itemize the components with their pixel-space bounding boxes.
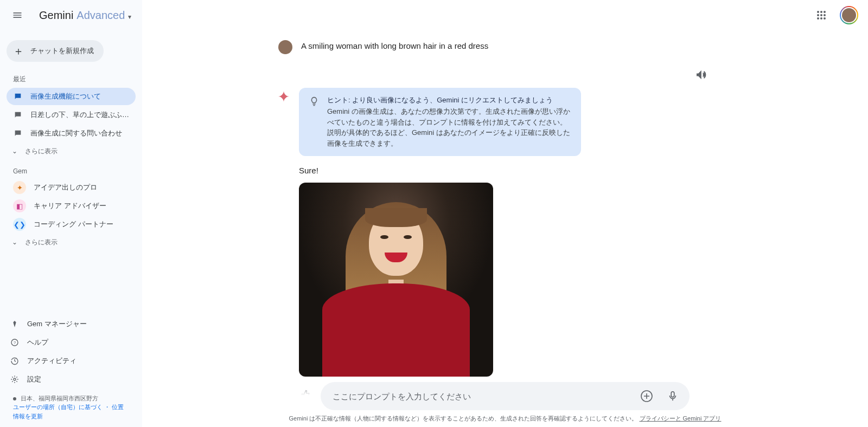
svg-point-4 bbox=[820, 11, 822, 13]
show-more-label: さらに表示 bbox=[25, 147, 58, 156]
briefcase-icon: ◧ bbox=[13, 199, 26, 212]
recent-section-label: 最近 bbox=[0, 67, 142, 87]
gem-manager-link[interactable]: Gem マネージャー bbox=[3, 315, 139, 333]
gem-item-idea[interactable]: ✦ アイデア出しのプロ bbox=[7, 179, 136, 196]
account-avatar[interactable] bbox=[840, 6, 858, 24]
google-apps-button[interactable] bbox=[810, 4, 832, 26]
gem-item-label: コーディング パートナー bbox=[34, 219, 113, 229]
main-pane: A smiling woman with long brown hair in … bbox=[142, 0, 868, 427]
svg-point-9 bbox=[817, 17, 819, 20]
disclaimer: Gemini は不正確な情報（人物に関する情報など）を表示することがあるため、生… bbox=[289, 415, 722, 423]
plus-icon: ＋ bbox=[13, 46, 24, 56]
disclaimer-text: Gemini は不正確な情報（人物に関する情報など）を表示することがあるため、生… bbox=[289, 415, 638, 422]
gear-icon bbox=[10, 374, 20, 384]
privacy-link[interactable]: プライバシーと Gemini アプリ bbox=[640, 415, 722, 422]
prompt-bar bbox=[321, 382, 690, 410]
model-message: ヒント: より良い画像になるよう、Gemini にリクエストしてみましょう Ge… bbox=[299, 88, 711, 402]
hint-card: ヒント: より良い画像になるよう、Gemini にリクエストしてみましょう Ge… bbox=[299, 88, 581, 156]
prompt-input[interactable] bbox=[333, 392, 631, 401]
lightbulb-icon: ✦ bbox=[13, 181, 26, 194]
gem-item-career[interactable]: ◧ キャリア アドバイザー bbox=[7, 197, 136, 215]
logo-secondary: Advanced bbox=[76, 9, 125, 22]
settings-link[interactable]: 設定 bbox=[3, 370, 139, 389]
recent-item-label: 画像生成に関する問い合わせ bbox=[30, 128, 122, 138]
user-avatar bbox=[278, 40, 292, 54]
hint-body: Gemini の画像生成は、あなたの想像力次第です。生成された画像が思い浮かべて… bbox=[327, 106, 571, 148]
chevron-down-icon: ⌄ bbox=[12, 147, 17, 155]
voice-input-button[interactable] bbox=[662, 386, 683, 406]
footer-item-label: アクティビティ bbox=[27, 356, 76, 366]
recent-show-more[interactable]: ⌄ さらに表示 bbox=[0, 143, 142, 160]
user-message: A smiling woman with long brown hair in … bbox=[299, 40, 711, 54]
svg-point-7 bbox=[820, 14, 822, 16]
gemini-spark-icon bbox=[277, 90, 290, 103]
gem-section-label: Gem bbox=[0, 160, 142, 178]
model-dropdown-caret[interactable]: ▾ bbox=[128, 13, 131, 21]
diamond-icon bbox=[10, 319, 20, 329]
show-more-label: さらに表示 bbox=[25, 238, 58, 247]
speaker-icon bbox=[695, 69, 707, 81]
activity-link[interactable]: アクティビティ bbox=[3, 352, 139, 370]
generated-image[interactable] bbox=[299, 183, 493, 377]
chat-icon bbox=[13, 128, 23, 138]
topbar bbox=[142, 0, 868, 30]
recent-item-2[interactable]: 画像生成に関する問い合わせ bbox=[7, 125, 136, 142]
apps-grid-icon bbox=[816, 10, 826, 20]
help-link[interactable]: ? ヘルプ bbox=[3, 333, 139, 352]
gem-item-coding[interactable]: ❮❯ コーディング パートナー bbox=[7, 216, 136, 233]
sidebar: Gemini Advanced ▾ ＋ チャットを新規作成 最近 画像生成機能に… bbox=[0, 0, 142, 427]
code-icon: ❮❯ bbox=[13, 218, 26, 231]
menu-button[interactable] bbox=[7, 4, 28, 26]
new-chat-label: チャットを新規作成 bbox=[30, 46, 94, 56]
model-reply-text: Sure! bbox=[299, 166, 711, 175]
gem-show-more[interactable]: ⌄ さらに表示 bbox=[0, 234, 142, 251]
footer-item-label: 設定 bbox=[27, 374, 41, 384]
new-chat-button[interactable]: ＋ チャットを新規作成 bbox=[7, 40, 104, 62]
svg-point-3 bbox=[817, 11, 819, 13]
location-block: 日本、福岡県福岡市西区野方 ユーザーの場所（自宅）に基づく ・ 位置情報を更新 bbox=[0, 389, 142, 428]
logo[interactable]: Gemini Advanced ▾ bbox=[39, 9, 131, 22]
recent-item-1[interactable]: 日差しの下、草の上で遊ぶふ… bbox=[7, 106, 136, 124]
input-area: Gemini は不正確な情報（人物に関する情報など）を表示することがあるため、生… bbox=[142, 382, 868, 427]
gem-item-label: キャリア アドバイザー bbox=[34, 201, 106, 211]
hint-title: ヒント: より良い画像になるよう、Gemini にリクエストしてみましょう bbox=[327, 95, 571, 105]
location-dot-icon bbox=[13, 397, 16, 400]
read-aloud-button[interactable] bbox=[692, 65, 711, 85]
footer-item-label: Gem マネージャー bbox=[27, 319, 87, 329]
svg-text:?: ? bbox=[14, 340, 16, 345]
footer-item-label: ヘルプ bbox=[27, 338, 48, 347]
location-sep: ・ bbox=[104, 404, 110, 410]
svg-point-8 bbox=[824, 14, 826, 16]
svg-point-5 bbox=[824, 11, 826, 13]
hamburger-icon bbox=[12, 10, 23, 21]
plus-circle-icon bbox=[640, 390, 653, 403]
svg-point-11 bbox=[824, 17, 826, 20]
chat-icon bbox=[13, 110, 23, 120]
svg-point-6 bbox=[817, 14, 819, 16]
avatar-image bbox=[842, 8, 856, 22]
recent-item-label: 日差しの下、草の上で遊ぶふ… bbox=[30, 110, 129, 120]
location-basis-link[interactable]: ユーザーの場所（自宅）に基づく bbox=[13, 404, 103, 410]
lightbulb-icon bbox=[309, 96, 320, 148]
svg-point-2 bbox=[14, 378, 16, 380]
logo-primary: Gemini bbox=[39, 9, 73, 22]
conversation-scroll[interactable]: A smiling woman with long brown hair in … bbox=[142, 30, 868, 427]
location-text: 日本、福岡県福岡市西区野方 bbox=[21, 395, 98, 402]
chat-icon bbox=[13, 92, 23, 101]
svg-point-10 bbox=[820, 17, 822, 20]
chevron-down-icon: ⌄ bbox=[12, 238, 17, 246]
history-icon bbox=[10, 356, 20, 366]
help-icon: ? bbox=[10, 338, 20, 347]
recent-item-label: 画像生成機能について bbox=[30, 92, 101, 101]
user-prompt-text: A smiling woman with long brown hair in … bbox=[301, 40, 488, 50]
microphone-icon bbox=[667, 390, 679, 402]
add-attachment-button[interactable] bbox=[636, 386, 657, 406]
gem-item-label: アイデア出しのプロ bbox=[34, 183, 97, 192]
recent-item-0[interactable]: 画像生成機能について bbox=[7, 88, 136, 105]
